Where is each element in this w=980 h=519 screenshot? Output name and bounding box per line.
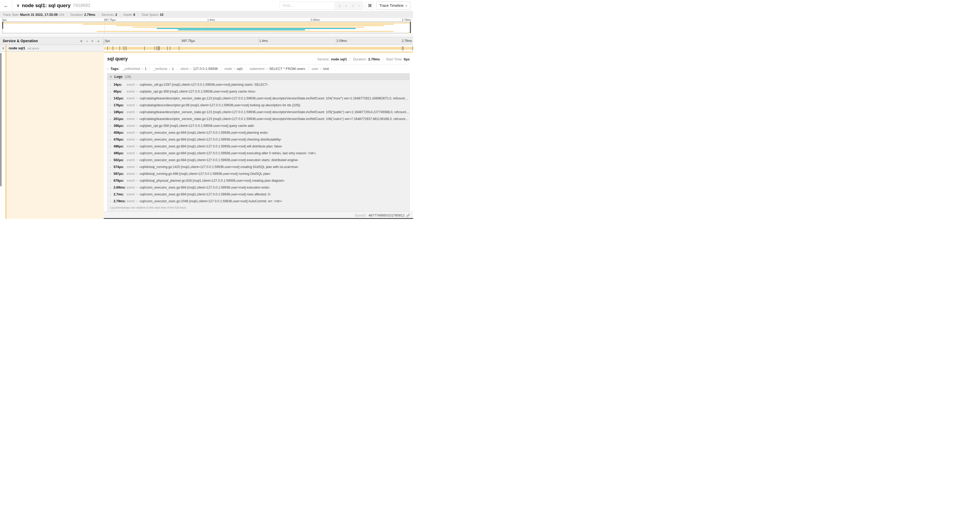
locate-icon[interactable]: ◎ xyxy=(338,4,341,7)
equals-sign: = xyxy=(136,110,138,114)
log-event-tick xyxy=(403,46,403,50)
log-event-tick xyxy=(119,46,120,50)
span-service-name: node sql1 xyxy=(9,46,25,50)
timeline-ruler: 0μs697.75μs1.4ms2.09ms2.79ms xyxy=(104,37,413,45)
equals-sign: = xyxy=(136,117,138,121)
back-button[interactable]: ← xyxy=(0,0,13,11)
log-field-value: ‹sql/conn_executor_exec.go:684 [nsql1,cl… xyxy=(139,138,282,141)
log-row[interactable]: ›574μs:event=‹sql/distsql_running.go:142… xyxy=(108,163,409,170)
minimap-right-scrubber[interactable] xyxy=(410,22,411,33)
collapse-one-icon[interactable]: ∨ xyxy=(80,39,83,43)
log-row[interactable]: ›495μs:event=‹sql/conn_executor_exec.go:… xyxy=(108,150,409,156)
log-event-tick xyxy=(123,46,124,50)
prev-result-icon[interactable]: ∧ xyxy=(345,4,348,7)
summary-item: Depth6 xyxy=(120,13,138,17)
link-icon[interactable] xyxy=(406,214,410,217)
chevron-right-icon: › xyxy=(110,104,113,107)
log-row[interactable]: ›201μs:event=‹sql/catalog/lease/descript… xyxy=(108,115,409,122)
log-field: event=‹sql/distsql_physical_planner.go:8… xyxy=(127,179,285,182)
next-result-icon[interactable]: ∨ xyxy=(352,4,354,7)
expand-all-icon: » xyxy=(97,39,99,43)
keyboard-shortcuts-button[interactable]: ⌘ xyxy=(366,2,374,10)
tag-item[interactable]: _unfinished=1 xyxy=(123,67,146,71)
tags-label: Tags: xyxy=(110,67,119,71)
log-row[interactable]: ›142μs:event=‹sql/catalog/lease/descript… xyxy=(108,95,409,102)
log-row[interactable]: ›476μs:event=‹sql/conn_executor_exec.go:… xyxy=(108,136,409,143)
minimap-canvas[interactable] xyxy=(2,22,411,33)
ruler-gridline xyxy=(181,37,181,45)
chevron-right-icon: › xyxy=(110,193,113,196)
find-input[interactable] xyxy=(280,2,334,10)
summary-item: Duration2.79ms xyxy=(67,13,98,17)
trace-title: node sql1: sql query xyxy=(22,3,71,8)
log-field: event=‹sql/plan_opt.go:358 [nsql1,client… xyxy=(127,124,254,128)
title-collapse-chevron-icon[interactable]: ∨ xyxy=(17,3,19,8)
log-row[interactable]: ›597μs:event=‹sql/distsql_running.go:498… xyxy=(108,170,409,177)
tag-item[interactable]: _verbose=1 xyxy=(150,67,173,71)
time-tick-label: 1.4ms xyxy=(207,18,215,21)
log-field: event=‹sql/conn_executor_exec.go:684 [ns… xyxy=(127,131,268,134)
top-header: ← ∨ node sql1: sql query 7418682 ◎∧∨× ⌘ … xyxy=(0,0,413,11)
equals-sign: = xyxy=(136,138,138,141)
log-field: event=‹sql/catalog/lease/descriptor_vers… xyxy=(127,117,409,121)
tag-item[interactable]: client=127.0.0.1:59936 xyxy=(177,67,218,71)
detail-span-bar xyxy=(104,52,413,53)
log-row[interactable]: ›34μs:event=‹sql/exec_util.go:2297 [nsql… xyxy=(108,81,409,88)
tag-item[interactable]: user=root xyxy=(308,67,329,71)
equals-sign: = xyxy=(136,96,138,100)
log-row[interactable]: ›459μs:event=‹sql/conn_executor_exec.go:… xyxy=(108,129,409,136)
equals-sign: = xyxy=(136,200,138,203)
tag-item[interactable]: node=sql1 xyxy=(221,67,243,71)
log-row[interactable]: ›2.79ms:event=‹sql/conn_executor_exec.go… xyxy=(108,198,409,204)
log-row[interactable]: ›176μs:event=‹sql/catalog/descs/descript… xyxy=(108,102,409,109)
log-row[interactable]: ›2.69ms:event=‹sql/conn_executor_exec.go… xyxy=(108,184,409,191)
vertical-scrollbar[interactable] xyxy=(0,53,1,186)
time-tick-label: 0μs xyxy=(2,18,6,21)
log-row[interactable]: ›502μs:event=‹sql/conn_executor_exec.go:… xyxy=(108,156,409,163)
spanid-label: SpanID: xyxy=(355,213,367,217)
span-row-service-cell[interactable]: ∨ node sql1 sql query xyxy=(0,45,104,52)
view-selector-button[interactable]: Trace Timeline ∨ xyxy=(376,2,410,10)
tag-value: 1 xyxy=(145,67,146,71)
summary-item: Total Spans10 xyxy=(138,13,166,17)
minimap-left-scrubber[interactable] xyxy=(2,22,3,29)
expand-all-icon[interactable]: » xyxy=(97,39,99,43)
summary-item: Trace StartMarch 31 2022, 17:25:09.326 xyxy=(3,13,67,17)
tag-key: user xyxy=(312,67,318,71)
tag-item[interactable]: statement=SELECT * FROM users xyxy=(246,67,305,71)
log-timestamp: 201μs: xyxy=(113,117,127,121)
span-collapse-chevron-icon[interactable]: ∨ xyxy=(0,46,6,50)
minimap-span-bar xyxy=(157,28,356,29)
log-row[interactable]: ›2.7ms:event=‹sql/conn_executor_exec.go:… xyxy=(108,191,409,198)
log-field-value: ‹sql/plan_opt.go:358 [nsql1,client=127.0… xyxy=(139,124,255,128)
expand-one-icon[interactable]: › xyxy=(86,39,88,43)
chevron-right-icon: › xyxy=(110,200,113,203)
log-row[interactable]: ›678μs:event=‹sql/distsql_physical_plann… xyxy=(108,177,409,184)
chevron-down-icon: ∨ xyxy=(110,75,112,78)
log-timestamp: 2.7ms: xyxy=(113,193,127,196)
log-field-value: ‹sql/distsql_physical_planner.go:828 [ns… xyxy=(139,179,285,182)
log-row[interactable]: ›366μs:event=‹sql/plan_opt.go:358 [nsql1… xyxy=(108,122,409,129)
log-timestamp: 176μs: xyxy=(113,103,127,107)
log-field-key: event xyxy=(127,145,135,148)
log-row[interactable]: ›189μs:event=‹sql/catalog/lease/descript… xyxy=(108,109,409,115)
log-row[interactable]: ›486μs:event=‹sql/conn_executor_exec.go:… xyxy=(108,143,409,150)
log-field-key: event xyxy=(127,124,135,128)
chevron-right-icon: › xyxy=(110,179,113,182)
log-field-value: ‹sql/plan_opt.go:358 [nsql1,client=127.0… xyxy=(139,89,256,93)
log-row[interactable]: ›80μs:event=‹sql/plan_opt.go:358 [nsql1,… xyxy=(108,88,409,95)
clear-search-icon[interactable]: × xyxy=(358,4,360,7)
log-field-value: ‹sql/catalog/lease/descriptor_version_st… xyxy=(139,110,409,114)
log-field: event=‹sql/plan_opt.go:358 [nsql1,client… xyxy=(127,89,256,93)
chevron-right-icon: › xyxy=(110,124,113,128)
tags-toggle[interactable]: › Tags: xyxy=(107,67,119,71)
log-field: event=‹sql/conn_executor_exec.go:684 [ns… xyxy=(127,138,282,141)
logs-header[interactable]: ∨ Logs (18) xyxy=(108,73,409,80)
log-timestamp: 574μs: xyxy=(113,165,127,169)
span-duration-bar[interactable] xyxy=(104,47,413,50)
log-timestamp: 2.79ms: xyxy=(113,200,127,203)
tag-key: _verbose xyxy=(153,67,167,71)
collapse-all-icon[interactable]: » xyxy=(92,39,94,43)
tags-row: › Tags: _unfinished=1_verbose=1client=12… xyxy=(107,67,410,71)
minimap-span-bar xyxy=(2,22,411,24)
